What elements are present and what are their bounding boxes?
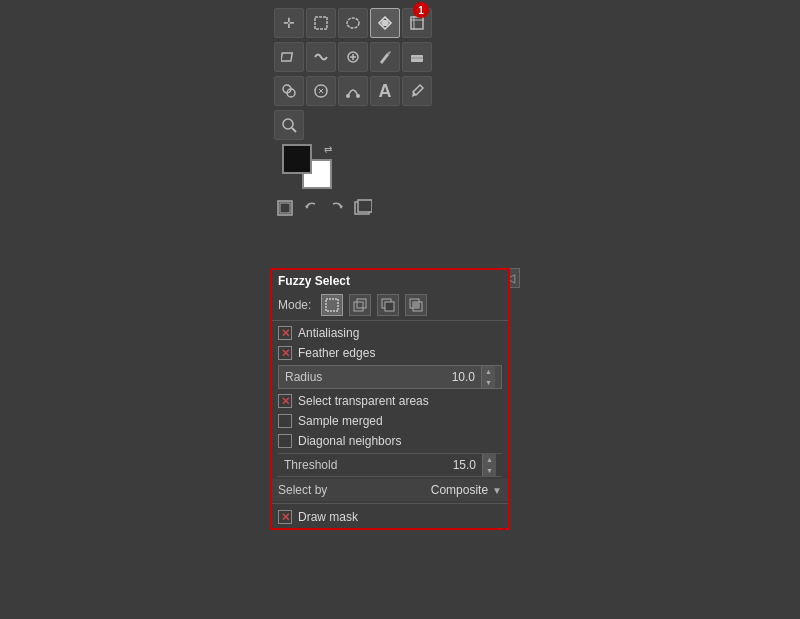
radius-down[interactable]: ▼ — [482, 377, 495, 388]
svg-rect-0 — [315, 17, 327, 29]
draw-mask-row: ✕ Draw mask — [272, 506, 508, 528]
color-indicator[interactable]: ⇄ — [282, 144, 332, 189]
foreground-color[interactable] — [282, 144, 312, 174]
threshold-label: Threshold — [284, 458, 380, 472]
threshold-value: 15.0 — [380, 458, 480, 472]
svg-rect-24 — [354, 302, 363, 311]
svg-point-14 — [356, 94, 360, 98]
antialiasing-row: ✕ Antialiasing — [272, 323, 508, 343]
undo-btn[interactable] — [300, 197, 322, 219]
radius-up[interactable]: ▲ — [482, 366, 495, 377]
warp-tool[interactable] — [306, 42, 336, 72]
select-by-value: Composite — [431, 483, 488, 497]
draw-mask-checkbox[interactable]: ✕ — [278, 510, 292, 524]
mode-label: Mode: — [278, 298, 311, 312]
eyedropper-tool[interactable] — [402, 76, 432, 106]
heal-tool[interactable] — [338, 42, 368, 72]
feather-edges-checkbox[interactable]: ✕ — [278, 346, 292, 360]
svg-rect-22 — [358, 200, 372, 212]
toolbar-row-4 — [274, 110, 506, 140]
svg-rect-5 — [281, 53, 292, 61]
clone-tool[interactable] — [274, 76, 304, 106]
ellipse-select-tool[interactable] — [338, 8, 368, 38]
svg-point-13 — [346, 94, 350, 98]
divider-1 — [272, 320, 508, 321]
toolbar-row-3: A — [274, 76, 506, 106]
svg-line-16 — [292, 128, 296, 132]
sample-merged-row: Sample merged — [272, 411, 508, 431]
mode-btn-add[interactable] — [349, 294, 371, 316]
svg-rect-23 — [326, 299, 338, 311]
select-transparent-label: Select transparent areas — [298, 394, 429, 408]
svg-rect-2 — [411, 17, 423, 29]
antialiasing-label: Antialiasing — [298, 326, 359, 340]
radius-spinner[interactable]: ▲ ▼ — [481, 366, 495, 388]
threshold-row: Threshold 15.0 ▲ ▼ — [272, 451, 508, 479]
transform-tool[interactable] — [274, 42, 304, 72]
svg-rect-27 — [385, 302, 394, 311]
svg-marker-20 — [339, 204, 343, 209]
main-container: 1 ✛ — [0, 0, 800, 619]
svg-rect-18 — [280, 203, 290, 213]
magnify-tool[interactable] — [274, 110, 304, 140]
mode-btn-intersect[interactable] — [405, 294, 427, 316]
svg-point-15 — [283, 119, 293, 129]
select-by-dropdown[interactable]: Composite ▼ — [431, 483, 502, 497]
threshold-spinner[interactable]: ▲ ▼ — [482, 454, 496, 476]
mini-toolbar — [274, 195, 506, 221]
paint-tool[interactable] — [370, 42, 400, 72]
toolbar-row-1: ✛ — [274, 8, 506, 38]
fuzzy-select-title: Fuzzy Select — [272, 270, 508, 292]
chevron-down-icon: ▼ — [492, 485, 502, 496]
select-by-row[interactable]: Select by Composite ▼ — [272, 479, 508, 501]
select-transparent-row: ✕ Select transparent areas — [272, 391, 508, 411]
color-swap[interactable]: ⇄ — [324, 144, 332, 155]
sample-merged-label: Sample merged — [298, 414, 383, 428]
radius-label: Radius — [285, 370, 380, 384]
select-transparent-checkbox[interactable]: ✕ — [278, 394, 292, 408]
redo-btn[interactable] — [326, 197, 348, 219]
threshold-down[interactable]: ▼ — [483, 465, 496, 476]
antialiasing-checkbox[interactable]: ✕ — [278, 326, 292, 340]
svg-marker-19 — [305, 204, 309, 209]
diagonal-neighbors-label: Diagonal neighbors — [298, 434, 401, 448]
image-view-btn[interactable] — [274, 197, 296, 219]
svg-point-1 — [347, 18, 359, 28]
radius-row: Radius 10.0 ▲ ▼ — [272, 363, 508, 391]
text-tool[interactable]: A — [370, 76, 400, 106]
path-tool[interactable] — [338, 76, 368, 106]
feather-edges-label: Feather edges — [298, 346, 375, 360]
mode-row: Mode: — [272, 292, 508, 318]
notification-badge: 1 — [413, 2, 429, 18]
fuzzy-select-panel: Fuzzy Select Mode: — [270, 268, 510, 530]
move-tool[interactable]: ✛ — [274, 8, 304, 38]
rect-select-tool[interactable] — [306, 8, 336, 38]
swap-btn[interactable] — [352, 197, 374, 219]
erase-tool[interactable] — [402, 42, 432, 72]
mode-btn-subtract[interactable] — [377, 294, 399, 316]
mode-btn-replace[interactable] — [321, 294, 343, 316]
sample-merged-checkbox[interactable] — [278, 414, 292, 428]
toolbox: ✛ — [270, 0, 510, 229]
svg-rect-25 — [357, 299, 366, 308]
blur-tool[interactable] — [306, 76, 336, 106]
radius-value: 10.0 — [380, 370, 479, 384]
diagonal-neighbors-checkbox[interactable] — [278, 434, 292, 448]
svg-rect-30 — [413, 302, 419, 308]
diagonal-neighbors-row: Diagonal neighbors — [272, 431, 508, 451]
toolbar-row-2 — [274, 42, 506, 72]
threshold-up[interactable]: ▲ — [483, 454, 496, 465]
draw-mask-label: Draw mask — [298, 510, 358, 524]
feather-edges-row: ✕ Feather edges — [272, 343, 508, 363]
fuzzy-select-tool[interactable] — [370, 8, 400, 38]
select-by-label: Select by — [278, 483, 427, 497]
divider-2 — [272, 503, 508, 504]
